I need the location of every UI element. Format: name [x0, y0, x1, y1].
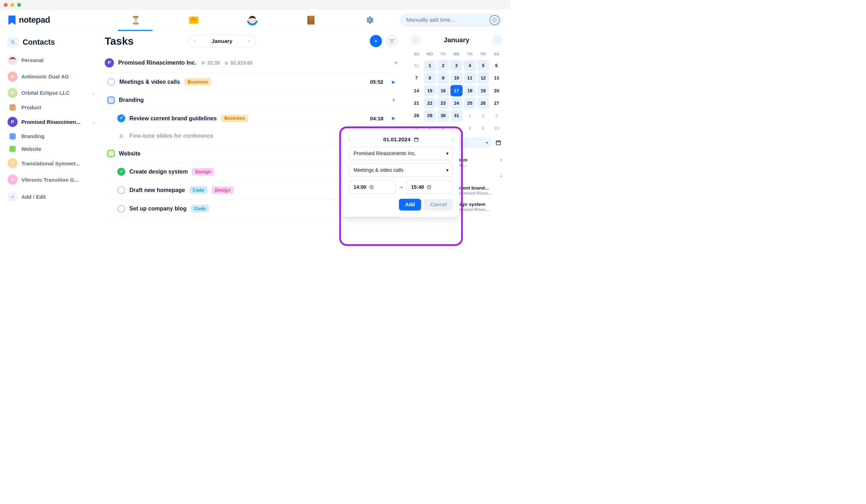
filter-button[interactable]	[386, 35, 398, 47]
calendar-day[interactable]: 18	[464, 85, 476, 97]
calendar-day[interactable]: 11	[464, 72, 476, 84]
weekday-label: WE	[450, 50, 462, 59]
calendar-day[interactable]: 12	[477, 72, 489, 84]
calendar-day[interactable]: 28	[410, 110, 422, 121]
calendar-day[interactable]: 20	[490, 85, 503, 97]
calendar-day[interactable]: 9	[437, 72, 449, 84]
nav-time[interactable]: ⏳	[130, 13, 141, 27]
nav-profile[interactable]	[247, 13, 258, 27]
minimize-window[interactable]	[10, 3, 14, 7]
chevron-down-icon: ▾	[486, 141, 488, 144]
task-name: Fine-tune slides for conference	[130, 133, 213, 139]
clock-icon[interactable]	[489, 15, 499, 25]
task-checkbox[interactable]	[117, 186, 125, 194]
add-task-button[interactable]: +	[370, 35, 382, 47]
calendar-day[interactable]: 23	[437, 98, 449, 109]
add-edit-button[interactable]: + Add / Edit	[7, 189, 95, 204]
sidebar-item[interactable]: Branding	[7, 131, 95, 142]
sidebar-item[interactable]: OOrbital Eclipse LLC⌄	[7, 86, 95, 100]
task-checkbox[interactable]	[107, 78, 115, 86]
task-checkbox[interactable]	[117, 204, 125, 212]
calendar-day[interactable]: 2	[437, 60, 449, 71]
add-task[interactable]: +	[392, 97, 395, 104]
calendar-day[interactable]: 22	[424, 98, 436, 109]
nav-settings[interactable]	[365, 13, 375, 27]
contact-label: Product	[21, 104, 95, 110]
task-checkbox[interactable]	[117, 114, 125, 122]
calendar-day[interactable]: 25	[464, 98, 476, 109]
sidebar-item[interactable]: TTranslational Symmet...	[7, 156, 95, 171]
calendar-day[interactable]: 8	[464, 123, 476, 134]
calendar-day[interactable]: 31	[410, 60, 422, 71]
timeline-add[interactable]: +	[500, 157, 503, 163]
calendar-day[interactable]: 13	[490, 72, 503, 84]
sidebar-title: Contacts	[23, 38, 55, 47]
calendar-day[interactable]: 4	[464, 60, 476, 71]
play-button[interactable]: ▶	[392, 116, 395, 121]
sidebar-item[interactable]: AAntimonic Dual AG	[7, 69, 95, 84]
maximize-window[interactable]	[17, 3, 21, 7]
play-button[interactable]: ▶	[392, 79, 395, 84]
search-button[interactable]	[7, 37, 18, 48]
calendar-day[interactable]: 17	[450, 85, 462, 97]
calendar-day[interactable]: 8	[424, 72, 436, 84]
sidebar-item[interactable]: Product	[7, 102, 95, 113]
calendar-day[interactable]: 14	[410, 85, 422, 97]
calendar-day[interactable]: 1	[464, 110, 476, 121]
sidebar-item[interactable]: PPromised Rinascimen...⌄	[7, 114, 95, 129]
calendar-day[interactable]: 6	[490, 60, 503, 71]
calendar-day[interactable]: 2	[477, 110, 489, 121]
calendar-day[interactable]: 30	[437, 110, 449, 121]
project-header: P Promised Rinascimento Inc. 32:26 $2,91…	[105, 53, 398, 73]
popup-project-select[interactable]: Promised Rinascimento Inc. ▾	[349, 147, 453, 160]
chevron-down-icon: ⌄	[92, 119, 95, 124]
calendar-day[interactable]: 19	[477, 85, 489, 97]
calendar-day[interactable]: 5	[477, 60, 489, 71]
calendar-day[interactable]: 15	[424, 85, 436, 97]
close-window[interactable]	[4, 3, 8, 7]
nav-contacts[interactable]	[306, 13, 316, 27]
manual-time-input[interactable]	[400, 13, 503, 27]
nav-mail[interactable]	[188, 13, 199, 27]
timeline-calendar-button[interactable]	[494, 138, 503, 147]
calendar-day[interactable]: 3	[490, 110, 503, 121]
task-row[interactable]: Review current brand guidelinesBusiness0…	[105, 109, 398, 128]
calendar-day[interactable]: 16	[437, 85, 449, 97]
calendar-icon[interactable]	[414, 137, 419, 142]
task-row[interactable]: Meetings & video callsBusiness05:52▶	[105, 73, 398, 91]
month-next[interactable]: ›	[245, 38, 253, 44]
task-row[interactable]: Branding+	[105, 91, 398, 109]
calendar-day[interactable]: 10	[450, 72, 462, 84]
popup-time-from[interactable]: 14:00	[349, 180, 396, 194]
clock-icon	[427, 185, 432, 189]
time-input-field[interactable]	[406, 17, 490, 23]
calendar-day[interactable]: 1	[424, 60, 436, 71]
cal-next[interactable]: ›	[492, 35, 503, 45]
timeline-add[interactable]: +	[500, 174, 503, 180]
cal-prev[interactable]: ‹	[410, 35, 421, 45]
calendar-day[interactable]: 10	[490, 123, 503, 134]
calendar-day[interactable]: 27	[490, 98, 503, 109]
month-prev[interactable]: ‹	[191, 38, 199, 44]
contact-avatar: V	[7, 175, 17, 185]
popup-cancel-button[interactable]: Cancel	[424, 199, 453, 210]
sidebar-item[interactable]: VVibronic Transition G...	[7, 172, 95, 187]
task-checkbox[interactable]	[117, 168, 125, 176]
svg-point-5	[225, 64, 228, 65]
calendar-day[interactable]: 24	[450, 98, 462, 109]
add-to-project[interactable]: +	[394, 60, 398, 66]
calendar-day[interactable]: 29	[424, 110, 436, 121]
popup-date-next[interactable]: ›	[451, 137, 453, 142]
popup-time-to[interactable]: 15:48	[406, 180, 453, 194]
popup-date-prev[interactable]: ‹	[349, 137, 350, 142]
popup-task-select[interactable]: Meetings & video calls ▾	[349, 164, 453, 177]
calendar-day[interactable]: 31	[450, 110, 462, 121]
sidebar-item[interactable]: Website	[7, 143, 95, 155]
calendar-day[interactable]: 9	[477, 123, 489, 134]
popup-add-button[interactable]: Add	[399, 199, 421, 210]
calendar-day[interactable]: 26	[477, 98, 489, 109]
calendar-day[interactable]: 7	[410, 72, 422, 84]
calendar-day[interactable]: 3	[450, 60, 462, 71]
sidebar-item[interactable]: Personal	[7, 53, 95, 68]
calendar-day[interactable]: 21	[410, 98, 422, 109]
